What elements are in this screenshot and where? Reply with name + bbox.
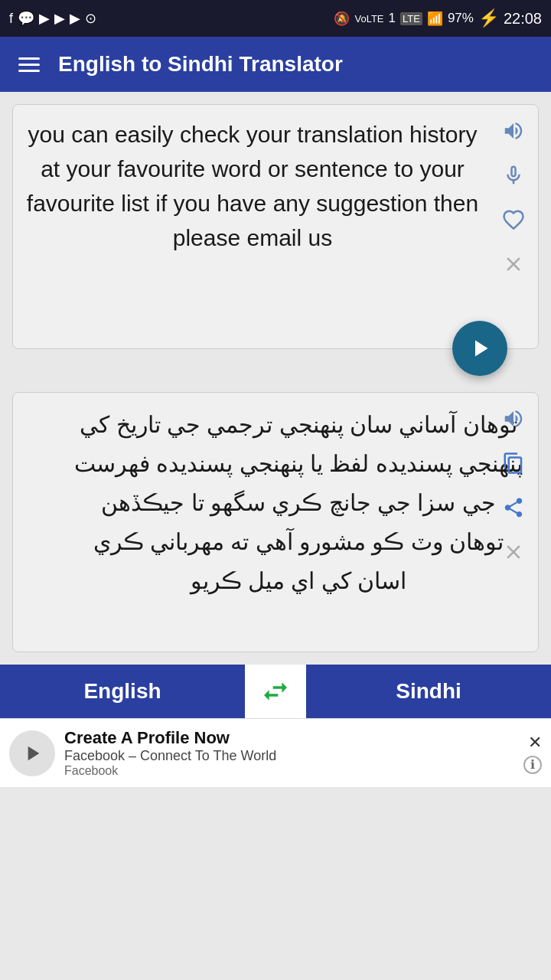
battery-icon: ⚡: [478, 8, 499, 28]
ad-subtext: Facebook – Connect To The World: [64, 748, 514, 764]
main-content: you can easily check your translation hi…: [0, 92, 551, 665]
copy-button-bottom[interactable]: [497, 446, 530, 480]
sindhi-language-button[interactable]: Sindhi: [306, 665, 551, 718]
english-input-box[interactable]: you can easily check your translation hi…: [12, 104, 539, 349]
ad-close-area: ✕ ℹ: [523, 733, 542, 774]
ad-close-button[interactable]: ✕: [528, 733, 542, 753]
language-switcher-bar: English Sindhi: [0, 665, 551, 718]
bottom-box-icons: [497, 402, 530, 569]
whatsapp-icon: 💬: [18, 10, 34, 27]
ad-headline: Create A Profile Now: [64, 728, 514, 748]
ad-brand: Facebook: [64, 764, 514, 778]
carrier-label: 1: [389, 11, 396, 26]
app-header: English to Sindhi Translator: [0, 37, 551, 92]
time-display: 22:08: [504, 10, 542, 28]
clear-button-bottom[interactable]: [497, 535, 530, 569]
signal-icon: 📶: [427, 11, 443, 27]
status-left-icons: f 💬 ▶ ▶ ▶ ⊙: [9, 10, 96, 27]
fb-icon: f: [9, 11, 13, 27]
mute-icon: 🔕: [334, 11, 350, 27]
ad-arrow-icon[interactable]: [9, 730, 55, 776]
volte-label: VoLTE: [354, 13, 383, 24]
mic-button-top[interactable]: [497, 158, 530, 192]
ad-info-button[interactable]: ℹ: [523, 756, 542, 774]
status-right-info: 🔕 VoLTE 1 LTE 📶 97% ⚡ 22:08: [334, 8, 542, 28]
status-bar: f 💬 ▶ ▶ ▶ ⊙ 🔕 VoLTE 1 LTE 📶 97% ⚡ 22:08: [0, 0, 551, 37]
speaker-button-top[interactable]: [497, 114, 530, 148]
menu-line2: [18, 64, 40, 66]
english-language-button[interactable]: English: [0, 665, 245, 718]
app-title: English to Sindhi Translator: [58, 52, 343, 77]
lte-label: LTE: [400, 12, 422, 25]
swap-languages-button[interactable]: [245, 665, 306, 718]
favorite-button-top[interactable]: [497, 203, 530, 237]
youtube3-icon: ▶: [70, 10, 80, 27]
english-text[interactable]: you can easily check your translation hi…: [25, 117, 526, 255]
ad-text-area: Create A Profile Now Facebook – Connect …: [64, 728, 514, 778]
menu-line3: [18, 70, 40, 72]
clear-button-top[interactable]: [497, 247, 530, 281]
share-button-bottom[interactable]: [497, 491, 530, 524]
top-box-icons: [497, 114, 530, 281]
youtube2-icon: ▶: [54, 10, 65, 27]
battery-pct: 97%: [448, 11, 474, 26]
sindhi-output-box: توهان آساني سان پنهنجي ترجمي جي تاريخ کي…: [12, 392, 539, 652]
menu-line1: [18, 57, 40, 60]
sindhi-text: توهان آساني سان پنهنجي ترجمي جي تاريخ کي…: [25, 405, 526, 600]
menu-button[interactable]: [18, 57, 40, 72]
speaker-button-bottom[interactable]: [497, 402, 530, 436]
translate-fab-button[interactable]: [452, 321, 507, 376]
wechat-icon: ⊙: [85, 10, 96, 27]
advertisement-banner: Create A Profile Now Facebook – Connect …: [0, 718, 551, 787]
youtube-icon: ▶: [39, 10, 50, 27]
